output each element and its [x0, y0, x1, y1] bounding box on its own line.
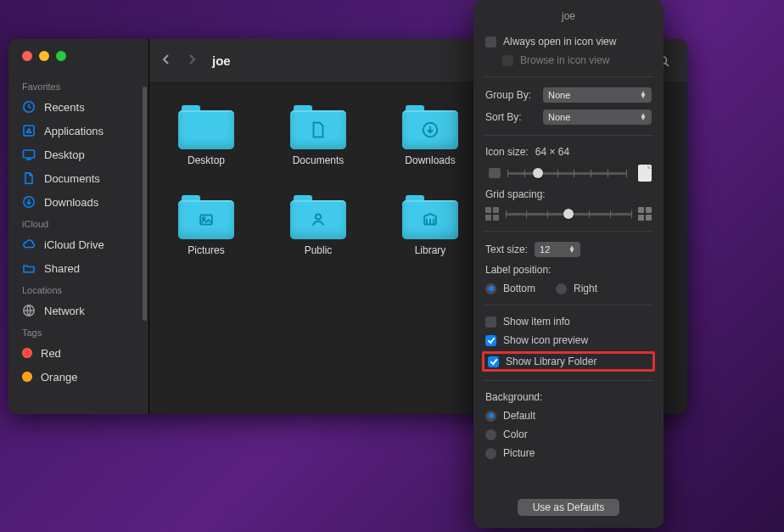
checkbox-label: Browse in icon view — [520, 54, 609, 66]
radio-right[interactable] — [556, 283, 567, 294]
folder-public[interactable]: Public — [282, 195, 355, 256]
label-position-label: Label position: — [485, 264, 551, 276]
forward-button[interactable] — [187, 53, 197, 69]
sidebar-item-downloads[interactable]: Downloads — [8, 190, 148, 214]
icon-size-row: Icon size: 64 × 64 — [485, 146, 652, 158]
select-value: 12 — [540, 244, 550, 255]
sidebar-item-label: Applications — [44, 125, 104, 137]
group-by-label: Group By: — [485, 89, 536, 101]
finder-sidebar: Favorites Recents Applications Desktop D… — [8, 39, 149, 414]
svg-rect-1 — [24, 126, 34, 136]
always-open-checkbox-row[interactable]: Always open in icon view — [485, 36, 652, 48]
text-size-select[interactable]: 12 ▲▼ — [535, 242, 580, 257]
sidebar-item-shared[interactable]: Shared — [8, 256, 148, 280]
sidebar-item-label: iCloud Drive — [44, 238, 104, 251]
network-icon — [22, 304, 36, 317]
icon-size-slider[interactable] — [507, 166, 626, 180]
use-as-defaults-button[interactable]: Use as Defaults — [518, 499, 620, 516]
sidebar-heading-tags: Tags — [8, 322, 148, 341]
folder-icon — [402, 105, 458, 149]
folder-downloads[interactable]: Downloads — [394, 105, 467, 166]
sidebar-item-desktop[interactable]: Desktop — [8, 143, 148, 166]
checkbox-disabled-icon — [502, 55, 513, 66]
separator — [484, 380, 653, 381]
show-library-folder-row[interactable]: Show Library Folder — [482, 351, 655, 372]
folder-label: Documents — [293, 154, 344, 166]
sort-by-select[interactable]: None ▲▼ — [543, 109, 652, 125]
sidebar-item-network[interactable]: Network — [8, 299, 148, 322]
folder-pictures[interactable]: Pictures — [170, 195, 243, 256]
folder-icon — [178, 195, 234, 239]
grid-spacing-slider[interactable] — [506, 207, 631, 221]
clock-icon — [22, 100, 36, 114]
back-button[interactable] — [161, 53, 171, 69]
close-window-button[interactable] — [22, 51, 32, 61]
folder-label: Desktop — [188, 154, 225, 166]
sort-by-label: Sort By: — [485, 111, 536, 123]
separator — [484, 135, 653, 136]
grid-large-icon — [638, 207, 652, 221]
background-default-row[interactable]: Default — [485, 410, 652, 422]
select-value: None — [548, 90, 570, 100]
background-label-row: Background: — [485, 391, 652, 403]
radio-default[interactable] — [485, 411, 496, 422]
sidebar-tag-orange[interactable]: Orange — [8, 365, 148, 389]
sidebar-scrollbar[interactable] — [143, 87, 147, 321]
select-value: None — [548, 112, 570, 122]
window-controls — [8, 51, 148, 61]
icon-size-value: 64 × 64 — [535, 146, 569, 158]
background-picture-row[interactable]: Picture — [485, 447, 652, 459]
folder-icon — [290, 105, 346, 149]
radio-color[interactable] — [485, 429, 496, 440]
desktop-background: Favorites Recents Applications Desktop D… — [0, 0, 784, 532]
sidebar-item-recents[interactable]: Recents — [8, 95, 148, 119]
sidebar-item-label: Orange — [41, 371, 77, 384]
show-icon-preview-row[interactable]: Show icon preview — [485, 334, 652, 346]
document-icon — [22, 171, 36, 185]
fullscreen-window-button[interactable] — [56, 51, 66, 61]
desktop-icon — [22, 148, 36, 161]
folder-icon — [402, 195, 458, 239]
grid-spacing-slider-row — [485, 207, 652, 221]
background-label: Background: — [485, 391, 542, 403]
window-title: joe — [212, 53, 231, 68]
large-page-icon — [638, 165, 652, 182]
slider-thumb[interactable] — [533, 168, 543, 178]
tag-dot-red-icon — [22, 348, 32, 358]
sidebar-item-label: Shared — [44, 262, 80, 275]
panel-footer: Use as Defaults — [485, 490, 652, 516]
radio-bottom[interactable] — [485, 283, 496, 294]
minimize-window-button[interactable] — [39, 51, 49, 61]
radio-picture[interactable] — [485, 448, 496, 459]
grid-spacing-label-row: Grid spacing: — [485, 188, 652, 200]
background-color-row[interactable]: Color — [485, 428, 652, 440]
small-folder-icon — [489, 168, 501, 178]
folder-library[interactable]: Library — [394, 195, 467, 256]
select-arrows-icon: ▲▼ — [568, 246, 575, 253]
browse-checkbox-row: Browse in icon view — [485, 54, 652, 66]
show-item-info-row[interactable]: Show item info — [485, 316, 652, 328]
sidebar-item-label: Documents — [44, 172, 100, 185]
sidebar-tag-red[interactable]: Red — [8, 341, 148, 365]
slider-thumb[interactable] — [563, 209, 574, 219]
folder-documents[interactable]: Documents — [282, 105, 355, 166]
sidebar-item-applications[interactable]: Applications — [8, 119, 148, 143]
view-options-panel: joe Always open in icon view Browse in i… — [473, 0, 664, 528]
folder-label: Public — [305, 244, 333, 256]
select-arrows-icon: ▲▼ — [640, 92, 647, 98]
sidebar-item-label: Red — [41, 347, 61, 360]
sidebar-item-documents[interactable]: Documents — [8, 166, 148, 190]
icon-size-slider-row — [485, 165, 652, 182]
label-position-radios: Bottom Right — [485, 283, 652, 294]
folder-label: Downloads — [405, 154, 455, 166]
checkbox-label: Show icon preview — [503, 334, 588, 346]
checkbox-unchecked-icon — [485, 36, 496, 48]
radio-label: Color — [503, 428, 528, 440]
sidebar-item-icloud-drive[interactable]: iCloud Drive — [8, 232, 148, 256]
group-by-select[interactable]: None ▲▼ — [543, 87, 652, 103]
folder-icon — [178, 105, 234, 149]
separator — [484, 76, 653, 77]
folder-desktop[interactable]: Desktop — [170, 105, 243, 166]
checkbox-label: Show Library Folder — [506, 356, 596, 367]
icon-size-label: Icon size: — [485, 146, 529, 158]
